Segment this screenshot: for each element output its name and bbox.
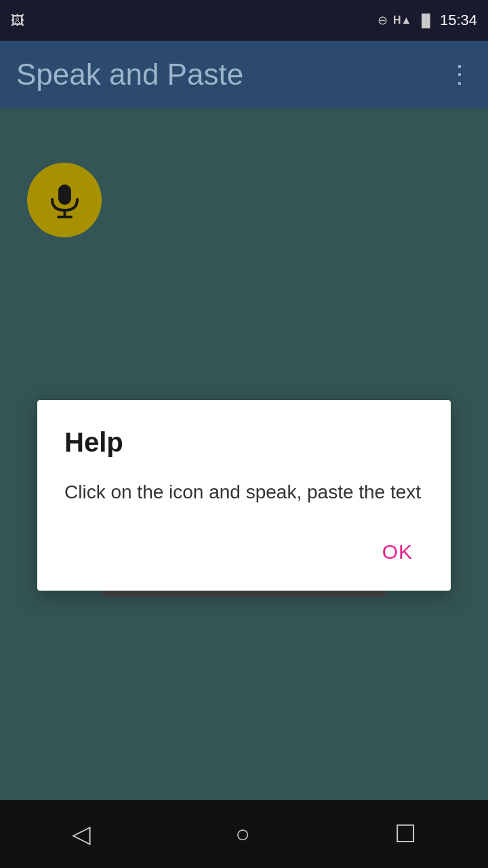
- status-bar-left: 🖼: [11, 13, 24, 28]
- dialog-overlay: Help Click on the icon and speak, paste …: [0, 108, 488, 800]
- app-bar: Speak and Paste ⋮: [0, 41, 488, 108]
- dialog-title: Help: [64, 427, 424, 458]
- status-bar: 🖼 ⊖ H▲ ▐▌ 15:34: [0, 0, 488, 41]
- dialog-message: Click on the icon and speak, paste the t…: [64, 478, 424, 507]
- app-title: Speak and Paste: [16, 58, 243, 92]
- help-dialog: Help Click on the icon and speak, paste …: [37, 400, 451, 591]
- bottom-nav: ◁ ○ ☐: [0, 800, 488, 868]
- dialog-actions: OK: [64, 534, 424, 570]
- main-content: EXIT Help Click on the icon and speak, p…: [0, 108, 488, 800]
- time-display: 15:34: [440, 12, 477, 29]
- home-button[interactable]: ○: [235, 820, 250, 848]
- dialog-ok-button[interactable]: OK: [371, 534, 424, 570]
- signal-icon: H▲: [393, 14, 411, 26]
- photo-icon: 🖼: [11, 13, 24, 28]
- dnd-icon: ⊖: [378, 13, 388, 28]
- back-button[interactable]: ◁: [72, 820, 91, 848]
- battery-icon: ▐▌: [417, 14, 434, 28]
- status-bar-right: ⊖ H▲ ▐▌ 15:34: [378, 12, 477, 29]
- more-menu-icon[interactable]: ⋮: [447, 60, 472, 89]
- recents-button[interactable]: ☐: [394, 820, 416, 848]
